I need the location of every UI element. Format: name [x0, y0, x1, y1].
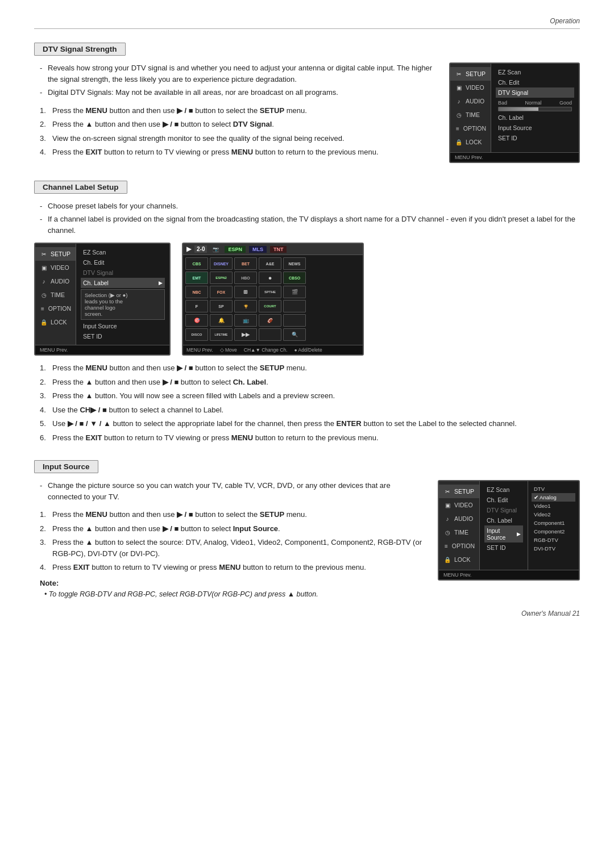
list-item: 4. Press EXIT button to return to TV vie… — [40, 562, 426, 573]
lock-icon: 🔒 — [455, 138, 463, 146]
inputsource-heading: Input Source — [34, 460, 98, 473]
list-item: 3. View the on-screen signal strength mo… — [40, 133, 438, 144]
dtv-menu-mockup: ✂ SETUP ▣ VIDEO ♪ AUDIO — [449, 62, 580, 163]
list-item: 3. Press the ▲ button to select the sour… — [40, 537, 426, 559]
list-item: 5. Use ▶ / ■ / ▼ / ▲ button to select th… — [40, 418, 580, 429]
list-item: 1. Press the MENU button and then use ▶ … — [40, 105, 438, 116]
setup-icon: ✂ — [455, 70, 463, 78]
inputsource-bullets: Change the picture source so you can wat… — [40, 480, 426, 502]
dtv-left: Reveals how strong your DTV signal is an… — [34, 62, 438, 164]
tv-menu-inputsource: ✂ SETUP ▣ VIDEO ♪ AUDIO — [438, 480, 580, 581]
dtv-steps: 1. Press the MENU button and then use ▶ … — [40, 105, 438, 158]
header: Operation — [34, 17, 580, 29]
section-dtv: DTV Signal Strength Reveals how strong y… — [34, 43, 580, 164]
menu-right-item-selected: DTV Signal — [496, 87, 574, 98]
list-item: 6. Press the EXIT button to return to TV… — [40, 432, 580, 444]
chlabel-heading: Channel Label Setup — [34, 181, 127, 194]
section-inputsource: Input Source Change the picture source s… — [34, 460, 580, 598]
chlabel-menu-left-mockup: ✂ SETUP ▣ VIDEO ♪ AUDIO — [34, 243, 171, 356]
list-item: 2. Press the ▲ button and then use ▶ / ■… — [40, 119, 438, 130]
list-item: 2. Press the ▲ button and then use ▶ / ■… — [40, 377, 580, 388]
list-item: 4. Use the CH▶ / ■ button to select a ch… — [40, 404, 580, 416]
section-chlabel: Channel Label Setup Choose preset labels… — [34, 181, 580, 444]
menu-item-time: ◷ TIME — [450, 108, 491, 122]
page: Operation DTV Signal Strength Reveals ho… — [0, 0, 614, 868]
footer: Owner's Manual 21 — [34, 610, 580, 617]
footer-text: Owner's Manual 21 — [521, 610, 580, 617]
menu-right-item: Ch. Edit — [496, 77, 574, 87]
dtv-heading: DTV Signal Strength — [34, 43, 126, 56]
list-item: If a channel label is provided on the si… — [40, 214, 580, 236]
dtv-content: Reveals how strong your DTV signal is an… — [34, 62, 580, 164]
note-label: Note: — [40, 579, 59, 587]
ch-grid-body: CBS DISNEY BET A&E NEWS EMT ESPN2 HBO ● … — [183, 255, 363, 345]
chlabel-menus: ✂ SETUP ▣ VIDEO ♪ AUDIO — [34, 243, 580, 356]
ch-grid-header: ▶ 2-0 📷 ESPN MLS TNT — [183, 244, 363, 255]
menu-item-video: ▣ VIDEO — [450, 81, 491, 94]
ch-grid: ▶ 2-0 📷 ESPN MLS TNT CBS DISNEY BET A&E — [182, 243, 364, 356]
list-item: 2. Press the ▲ button and then use ▶ / ■… — [40, 523, 426, 535]
inputsource-steps: 1. Press the MENU button and then use ▶ … — [40, 509, 426, 573]
time-icon: ◷ — [455, 111, 463, 119]
inputsource-content: Change the picture source so you can wat… — [34, 480, 580, 598]
inputsource-menu-mockup: ✂ SETUP ▣ VIDEO ♪ AUDIO — [438, 480, 580, 581]
list-item: Choose preset labels for your channels. — [40, 201, 580, 212]
list-item: Change the picture source so you can wat… — [40, 480, 426, 502]
menu-right-item: Input Source — [496, 123, 574, 133]
source-submenu: DTV ✔ Analog Video1 Video2 Component1 Co… — [528, 481, 579, 570]
menu-right-item: EZ Scan — [496, 67, 574, 77]
dtv-bullets: Reveals how strong your DTV signal is an… — [40, 62, 438, 98]
list-item: Reveals how strong your DTV signal is an… — [40, 62, 438, 85]
menu-item-setup: ✂ SETUP — [450, 67, 491, 81]
menu-item-option: ≡ OPTION — [450, 122, 491, 135]
list-item: Digital DTV Signals: May not be availabl… — [40, 87, 438, 98]
note-text: • To toggle RGB-DTV and RGB-PC, select R… — [44, 590, 318, 598]
option-icon: ≡ — [455, 124, 460, 132]
list-item: 1. Press the MENU button and then use ▶ … — [40, 362, 580, 374]
tv-menu-chlabel-left: ✂ SETUP ▣ VIDEO ♪ AUDIO — [34, 243, 171, 356]
header-operation: Operation — [550, 17, 580, 25]
tv-menu-footer: MENU Prev. — [450, 152, 579, 162]
list-item: 4. Press the EXIT button to return to TV… — [40, 147, 438, 158]
signal-bar — [498, 107, 572, 111]
menu-item-audio: ♪ AUDIO — [450, 94, 491, 108]
tv-menu-right-dtv: EZ Scan Ch. Edit DTV Signal Bad Normal — [491, 64, 579, 152]
inputsource-left: Change the picture source so you can wat… — [34, 480, 426, 598]
tv-menu-dtv: ✂ SETUP ▣ VIDEO ♪ AUDIO — [449, 62, 580, 163]
chlabel-ch-grid: ▶ 2-0 📷 ESPN MLS TNT CBS DISNEY BET A&E — [182, 243, 364, 356]
menu-item-setup: ✂ SETUP — [35, 247, 76, 261]
ch-grid-footer: MENU Prev. ◇ Move CH▲▼ Change Ch. ● Add/… — [183, 345, 363, 354]
menu-item-lock: 🔒 LOCK — [450, 135, 491, 149]
video-icon: ▣ — [455, 84, 463, 91]
tv-menu-sidebar: ✂ SETUP ▣ VIDEO ♪ AUDIO — [450, 64, 579, 152]
tv-menu-left: ✂ SETUP ▣ VIDEO ♪ AUDIO — [450, 64, 491, 152]
chlabel-bullets: Choose preset labels for your channels. … — [40, 201, 580, 236]
audio-icon: ♪ — [455, 97, 463, 105]
menu-right-item: SET ID — [496, 133, 574, 143]
list-item: 1. Press the MENU button and then use ▶ … — [40, 509, 426, 520]
list-item: 3. Press the ▲ button. You will now see … — [40, 390, 580, 402]
chlabel-steps: 1. Press the MENU button and then use ▶ … — [40, 362, 580, 443]
menu-right-item: Ch. Label — [496, 112, 574, 123]
